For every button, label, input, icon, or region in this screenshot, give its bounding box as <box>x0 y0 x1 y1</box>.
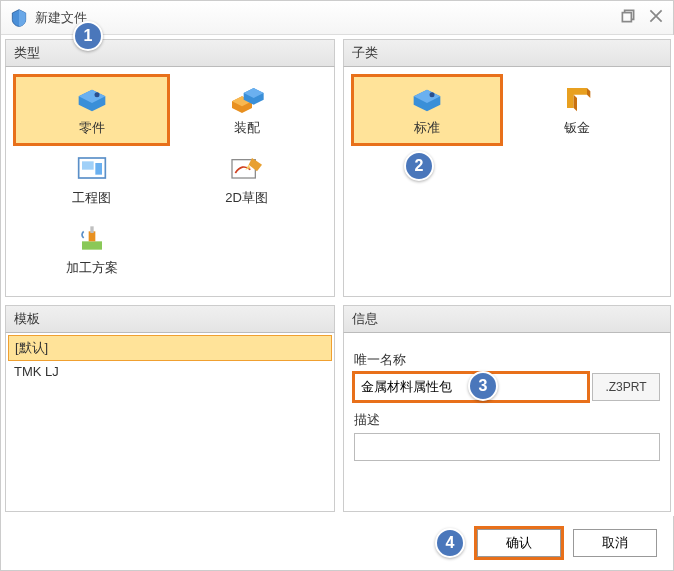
info-body: 唯一名称 .Z3PRT 3 描述 <box>343 333 671 512</box>
template-item-tmklj[interactable]: TMK LJ <box>8 361 332 382</box>
type-item-cam[interactable]: 加工方案 <box>14 215 169 285</box>
type-label: 加工方案 <box>66 259 118 277</box>
subtype-section: 子类 标准 <box>339 35 674 301</box>
annotation-badge-4: 4 <box>435 528 465 558</box>
ok-button[interactable]: 确认 <box>477 529 561 557</box>
restore-icon[interactable] <box>619 7 637 25</box>
description-label: 描述 <box>354 411 660 429</box>
main-grid: 类型 零件 <box>1 35 673 516</box>
new-file-dialog: 新建文件 1 类型 零件 <box>0 0 674 571</box>
type-label: 2D草图 <box>225 189 268 207</box>
titlebar: 新建文件 1 <box>1 1 673 35</box>
type-body: 零件 装配 <box>5 67 335 297</box>
sketch-icon <box>227 153 267 183</box>
type-label: 零件 <box>79 119 105 137</box>
sheetmetal-icon <box>557 83 597 113</box>
type-item-sketch[interactable]: 2D草图 <box>169 145 324 215</box>
template-section: 模板 [默认] TMK LJ <box>1 301 339 516</box>
type-label: 装配 <box>234 119 260 137</box>
svg-rect-6 <box>82 241 102 249</box>
subtype-body: 标准 钣金 2 <box>343 67 671 297</box>
type-item-assembly[interactable]: 装配 <box>169 75 324 145</box>
app-icon <box>9 8 29 28</box>
subtype-item-sheetmetal[interactable]: 钣金 <box>502 75 652 145</box>
subtype-label: 标准 <box>414 119 440 137</box>
cam-icon <box>72 223 112 253</box>
svg-rect-3 <box>82 161 94 169</box>
type-section: 类型 零件 <box>1 35 339 301</box>
svg-rect-4 <box>95 163 102 175</box>
window-controls <box>619 7 665 25</box>
annotation-badge-3: 3 <box>468 371 498 401</box>
part-icon <box>407 83 447 113</box>
type-header: 类型 <box>5 39 335 67</box>
assembly-icon <box>227 83 267 113</box>
template-header: 模板 <box>5 305 335 333</box>
annotation-badge-1: 1 <box>73 21 103 51</box>
info-header: 信息 <box>343 305 671 333</box>
subtype-label: 钣金 <box>564 119 590 137</box>
annotation-badge-2: 2 <box>404 151 434 181</box>
description-input[interactable] <box>354 433 660 461</box>
subtype-header: 子类 <box>343 39 671 67</box>
subtype-item-standard[interactable]: 标准 <box>352 75 502 145</box>
part-icon <box>72 83 112 113</box>
unique-name-label: 唯一名称 <box>354 351 660 369</box>
svg-point-8 <box>430 92 435 97</box>
type-item-drawing[interactable]: 工程图 <box>14 145 169 215</box>
drawing-icon <box>72 153 112 183</box>
template-body: [默认] TMK LJ <box>5 333 335 512</box>
type-item-part[interactable]: 零件 <box>14 75 169 145</box>
svg-rect-0 <box>622 13 631 22</box>
info-section: 信息 唯一名称 .Z3PRT 3 描述 <box>339 301 674 516</box>
extension-label: .Z3PRT <box>592 373 660 401</box>
button-bar: 4 确认 取消 <box>435 528 657 558</box>
type-label: 工程图 <box>72 189 111 207</box>
svg-rect-7 <box>90 226 93 233</box>
template-item-default[interactable]: [默认] <box>8 335 332 361</box>
cancel-button[interactable]: 取消 <box>573 529 657 557</box>
svg-point-1 <box>94 92 99 97</box>
close-icon[interactable] <box>647 7 665 25</box>
